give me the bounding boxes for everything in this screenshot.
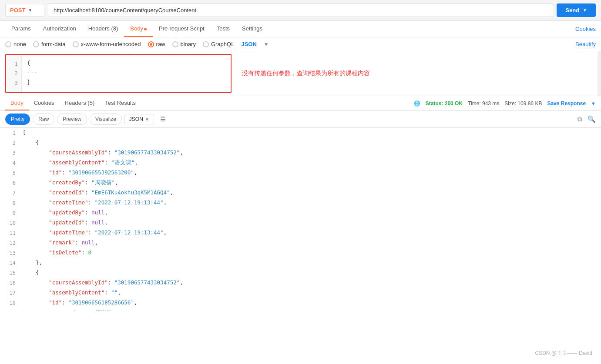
option-graphql-label: GraphQL [211,41,234,47]
send-label: Send [565,7,579,13]
resp-tab-body[interactable]: Body [5,96,29,110]
table-row: 15 { [0,268,601,278]
table-row: 8 "createTime": "2022-07-12 19:13:44", [0,198,601,208]
table-row: 6 "createdBy": "周晓倩", [0,178,601,188]
radio-raw [148,41,154,47]
table-row: 12 "remark": null, [0,238,601,248]
method-select[interactable]: POST ▼ [5,4,44,17]
resp-tab-testresults[interactable]: Test Results [100,96,141,110]
editor-line-numbers: 1 2 3 [6,55,22,92]
table-row: 11 "updateTime": "2022-07-12 19:13:44", [0,228,601,238]
table-row: 10 "updatedId": null, [0,218,601,228]
table-row: 7 "createdId": "EmE6TKu4okhu3qK5M1AGQ4", [0,188,601,198]
editor-comment: 没有传递任何参数，查询结果为所有的课程内容 [242,70,370,77]
status-ok: Status: 200 OK [426,100,463,107]
resp-tab-cookies[interactable]: Cookies [29,96,60,110]
radio-formdata [33,41,39,47]
table-row: 9 "updatedBy": null, [0,208,601,218]
option-graphql[interactable]: GraphQL [203,41,234,47]
json-output[interactable]: 1[2 {3 "courseAssemblyId": "301906577433… [0,128,601,311]
table-row: 1[ [0,128,601,138]
table-row: 13 "isDelete": 0 [0,248,601,258]
option-binary-label: binary [181,41,196,47]
response-tabs-row: Body Cookies Headers (5) Test Results 🌐 … [0,96,601,111]
option-none[interactable]: none [5,41,26,47]
tab-tests[interactable]: Tests [211,21,236,37]
json-format-label: JSON [129,116,143,122]
option-urlencoded[interactable]: x-www-form-urlencoded [73,41,141,47]
response-time: Time: 943 ms [468,100,499,107]
url-bar: POST ▼ Send ▼ [0,0,601,21]
format-pretty-button[interactable]: Pretty [5,114,30,125]
option-formdata-label: form-data [41,41,66,47]
save-response-chevron-icon[interactable]: ▼ [591,101,596,106]
radio-graphql [203,41,209,47]
option-formdata[interactable]: form-data [33,41,66,47]
tab-prerequest[interactable]: Pre-request Script [153,21,211,37]
search-icon[interactable]: 🔍 [588,115,596,123]
editor-line-1: { [27,58,225,68]
tab-headers[interactable]: Headers (8) [82,21,124,37]
option-urlencoded-label: x-www-form-urlencoded [81,41,141,47]
editor-box: 1 2 3 { ··· } [5,54,232,93]
table-row: 16 "courseAssemblyId": "3019065774330347… [0,278,601,288]
globe-icon: 🌐 [414,100,420,107]
option-none-label: none [13,41,26,47]
tab-params[interactable]: Params [5,21,37,37]
table-row: 2 { [0,138,601,148]
body-dot [144,28,147,30]
format-raw-button[interactable]: Raw [33,114,54,125]
radio-urlencoded [73,41,79,47]
format-visualize-button[interactable]: Visualize [90,114,122,125]
editor-line-2: ··· [27,68,225,77]
send-chevron-icon: ▼ [583,8,587,13]
table-row: 3 "courseAssemblyId": "30190657743303475… [0,148,601,158]
format-preview-button[interactable]: Preview [57,114,87,125]
cookies-link[interactable]: Cookies [575,26,596,32]
filter-icon[interactable]: ☰ [160,116,166,123]
response-status: 🌐 Status: 200 OK Time: 943 ms Size: 109.… [414,100,596,107]
method-chevron-icon: ▼ [28,8,32,13]
option-raw[interactable]: raw [148,41,165,47]
table-row: 18 "id": "301906656185286656", [0,298,601,308]
json-chevron-icon[interactable]: ▼ [264,41,269,47]
beautify-button[interactable]: Beautify [575,41,596,47]
table-row: 19 "createdBy": "周晓倩", [0,308,601,311]
table-row: 5 "id": "301906655392563200", [0,168,601,178]
method-label: POST [10,7,25,13]
tab-body[interactable]: Body [124,21,153,37]
table-row: 17 "assemblyContent": "", [0,288,601,298]
table-row: 4 "assemblyContent": "语文课", [0,158,601,168]
radio-none [5,41,11,47]
tabs-row: Params Authorization Headers (8) Body Pr… [0,21,601,37]
json-format-select[interactable]: JSON ▼ [124,114,154,124]
editor-content[interactable]: { ··· } [22,55,231,92]
send-button[interactable]: Send ▼ [557,3,596,17]
option-raw-label: raw [156,41,165,47]
response-size: Size: 109.86 KB [504,100,542,107]
json-badge[interactable]: JSON [241,41,256,47]
resp-tab-headers[interactable]: Headers (5) [60,96,100,110]
radio-binary [172,41,178,47]
body-options: none form-data x-www-form-urlencoded raw… [0,37,601,51]
format-row: Pretty Raw Preview Visualize JSON ▼ ☰ ⧉ … [0,111,601,128]
copy-icon[interactable]: ⧉ [577,115,582,123]
tab-authorization[interactable]: Authorization [37,21,82,37]
editor-scrollbar[interactable] [598,51,601,96]
table-row: 14 }, [0,258,601,268]
save-response-button[interactable]: Save Response [547,100,586,107]
tab-settings[interactable]: Settings [236,21,269,37]
json-select-chevron-icon: ▼ [145,117,149,122]
url-input[interactable] [48,3,553,17]
editor-line-3: } [27,77,225,87]
option-binary[interactable]: binary [172,41,196,47]
tab-body-label: Body [130,25,143,32]
